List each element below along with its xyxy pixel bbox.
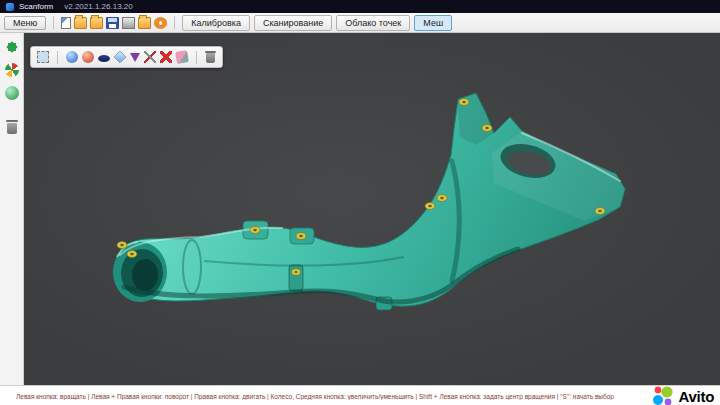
menu-button[interactable]: Меню (4, 16, 46, 30)
save-icon[interactable] (106, 17, 119, 29)
crop-selection-icon[interactable] (37, 51, 49, 63)
decimate-arrow-icon[interactable] (130, 53, 140, 62)
app-logo-icon (6, 3, 14, 11)
eraser-icon[interactable] (175, 50, 189, 64)
export-folder-icon[interactable] (138, 17, 151, 29)
toolbar-separator (57, 51, 58, 64)
tab-mesh[interactable]: Меш (414, 15, 452, 31)
delete-selection-icon[interactable] (160, 51, 172, 63)
mouse-hints: Левая кнопка: вращать | Левая + Правая к… (0, 393, 720, 400)
print-icon[interactable] (122, 17, 135, 29)
toolbar-separator (174, 16, 175, 29)
remesh-icon[interactable] (82, 51, 94, 63)
left-toolbar (0, 33, 24, 385)
tab-pointcloud[interactable]: Облако точек (336, 15, 410, 31)
import-folder-icon[interactable] (90, 17, 103, 29)
statusbar: Левая кнопка: вращать | Левая + Правая к… (0, 385, 720, 405)
plane-cut-icon[interactable] (114, 51, 127, 64)
tab-calibration[interactable]: Калибровка (182, 15, 250, 31)
mesh-toolbar (30, 46, 223, 68)
mesh-model[interactable] (24, 33, 720, 385)
avito-logo-icon (651, 385, 675, 405)
avito-watermark: Avito (645, 386, 714, 405)
viewport-3d[interactable] (24, 33, 720, 385)
toolbar-separator (196, 51, 197, 64)
tab-scanning[interactable]: Сканирование (254, 15, 332, 31)
main-area (0, 33, 720, 385)
fill-holes-icon[interactable] (98, 55, 110, 62)
toolbar-separator (53, 16, 54, 29)
trash-icon[interactable] (7, 123, 17, 134)
app-title: Scanform (19, 0, 53, 13)
menubar: Меню Калибровка Сканирование Облако точе… (0, 13, 720, 33)
app-version: v2.2021.1.26.13.20 (64, 2, 133, 11)
cut-scissors-icon[interactable] (144, 51, 156, 63)
titlebar: Scanform v2.2021.1.26.13.20 (0, 0, 720, 13)
trash-icon[interactable] (206, 53, 215, 63)
open-project-icon[interactable] (74, 17, 87, 29)
smooth-sphere-icon[interactable] (66, 51, 78, 63)
new-document-icon[interactable] (61, 17, 71, 29)
registration-star-icon[interactable] (5, 40, 19, 54)
avito-brand-text: Avito (679, 388, 714, 405)
tube-core (132, 259, 158, 291)
sphere-tool-icon[interactable] (5, 86, 19, 100)
settings-gear-icon[interactable] (154, 17, 167, 29)
scanform-window: Scanform v2.2021.1.26.13.20 Меню Калибро… (0, 0, 720, 405)
color-fan-icon[interactable] (5, 63, 19, 77)
